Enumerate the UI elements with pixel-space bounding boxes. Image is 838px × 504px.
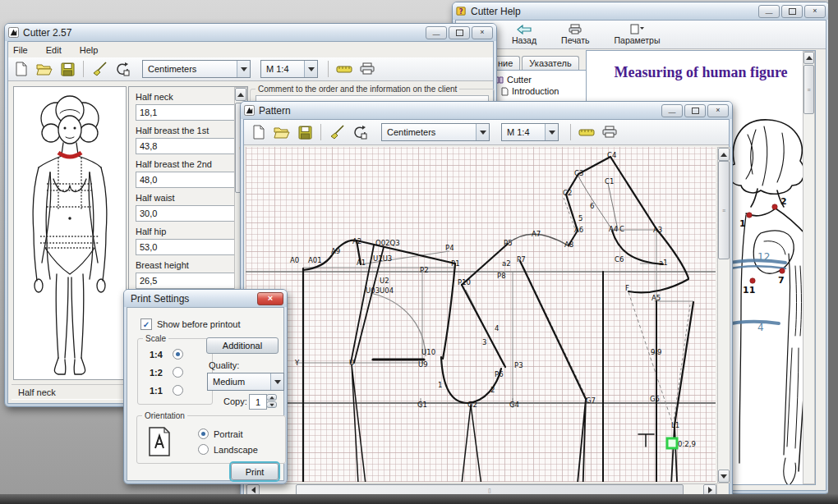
field-input[interactable] xyxy=(136,138,236,154)
menu-edit[interactable]: Edit xyxy=(46,45,62,55)
print-button[interactable] xyxy=(600,123,619,141)
field-input[interactable] xyxy=(136,172,236,188)
main-close-button[interactable]: × xyxy=(472,26,493,39)
menu-help[interactable]: Help xyxy=(80,45,99,55)
orientation-option-row[interactable]: Portrait xyxy=(198,428,242,439)
copies-down-button[interactable] xyxy=(266,401,277,408)
print-dialog-titlebar[interactable]: Print Settings × xyxy=(124,290,287,307)
open-file-button[interactable] xyxy=(272,123,292,141)
chevron-down-icon[interactable] xyxy=(237,61,250,77)
pattern-label: G7 xyxy=(586,396,596,405)
help-window-title: Cutter Help xyxy=(471,6,521,17)
scale-combobox[interactable]: M 1:4 xyxy=(260,60,318,78)
new-file-button[interactable] xyxy=(249,123,269,141)
scroll-up-icon[interactable] xyxy=(718,148,730,161)
scale-1-1-radio[interactable] xyxy=(173,385,183,396)
scale-1-4-radio[interactable] xyxy=(173,349,183,360)
pattern-vscrollbar[interactable]: ≡ xyxy=(717,147,730,483)
landscape-radio[interactable] xyxy=(198,444,209,455)
pattern-titlebar[interactable]: Pattern — × xyxy=(241,102,732,119)
clear-brush-button[interactable] xyxy=(327,123,347,141)
pattern-label: G4 xyxy=(509,401,519,409)
pattern-label: A1 xyxy=(357,259,366,267)
main-window-title: Cutter 2.57 xyxy=(23,27,71,39)
help-toolbar: Назад Печать Параметры xyxy=(456,21,826,49)
open-file-button[interactable] xyxy=(35,60,54,78)
new-file-button[interactable] xyxy=(12,60,31,78)
refresh-button[interactable] xyxy=(113,60,132,78)
help-close-button[interactable]: × xyxy=(804,5,826,18)
help-minimize-button[interactable]: — xyxy=(758,5,780,18)
scale-1-2-radio[interactable] xyxy=(173,367,183,378)
chevron-down-icon[interactable] xyxy=(545,124,558,140)
copies-field[interactable]: 1 xyxy=(249,394,267,410)
main-titlebar[interactable]: Cutter 2.57 — × xyxy=(5,24,496,41)
portrait-label: Portrait xyxy=(214,429,242,439)
help-content-scrollbar[interactable]: ≡ xyxy=(803,51,815,484)
scale-option-row[interactable]: 1:4 xyxy=(150,349,207,360)
scrollbar-thumb[interactable]: ≡ xyxy=(803,65,814,114)
print-button-label: Print xyxy=(246,467,265,477)
ruler-button[interactable] xyxy=(334,60,354,78)
ruler-button[interactable] xyxy=(577,123,596,141)
pattern-canvas[interactable]: A0A01A9A2A1Q02Q3U1U3P4P1P2U2U03U04YUU10U… xyxy=(246,147,716,482)
tree-item-cutter[interactable]: Cutter xyxy=(493,74,587,85)
menu-file[interactable]: File xyxy=(13,45,28,55)
field-input[interactable] xyxy=(136,205,236,222)
pattern-label: U10 xyxy=(421,348,435,356)
save-button[interactable] xyxy=(295,123,315,141)
field-input[interactable] xyxy=(136,239,236,255)
scrollbar-thumb[interactable]: ≡ xyxy=(718,161,730,259)
scroll-up-icon[interactable] xyxy=(803,52,814,64)
pattern-label: U1U3 xyxy=(373,254,392,263)
pattern-close-button[interactable]: × xyxy=(707,104,729,117)
units-combobox[interactable]: Centimeters xyxy=(142,60,251,78)
scale-option-row[interactable]: 1:1 xyxy=(150,385,207,396)
scroll-up-icon[interactable] xyxy=(235,88,246,101)
copies-value: 1 xyxy=(256,397,260,407)
field-label: Breast height xyxy=(136,260,241,270)
print-button[interactable] xyxy=(357,60,377,78)
pattern-minimize-button[interactable]: — xyxy=(661,104,683,117)
help-maximize-button[interactable] xyxy=(781,5,803,18)
units-combobox[interactable]: Centimeters xyxy=(381,123,490,141)
chevron-down-icon[interactable] xyxy=(270,373,283,390)
quality-combobox[interactable]: Medium xyxy=(207,373,284,391)
refresh-button[interactable] xyxy=(350,123,370,141)
show-before-checkbox[interactable]: ✓ xyxy=(140,318,152,330)
tab-index[interactable]: Указатель xyxy=(522,56,578,70)
pattern-label: C1 xyxy=(605,177,614,186)
orientation-option-row[interactable]: Landscape xyxy=(198,444,258,455)
field-input[interactable] xyxy=(136,273,236,289)
scale-combobox[interactable]: M 1:4 xyxy=(501,123,559,141)
orientation-group-label: Orientation xyxy=(142,411,187,420)
help-print-button[interactable]: Печать xyxy=(555,23,596,46)
help-titlebar[interactable]: ? Cutter Help — × xyxy=(453,2,829,20)
scroll-down-icon[interactable] xyxy=(718,470,730,483)
pattern-maximize-button[interactable] xyxy=(684,104,706,117)
print-dialog-close-button[interactable]: × xyxy=(257,292,283,305)
help-options-button[interactable]: Параметры xyxy=(608,23,667,46)
quality-label: Quality: xyxy=(209,360,239,370)
measure-point-label: 7 xyxy=(778,275,785,286)
print-confirm-button[interactable]: Print xyxy=(231,463,279,480)
help-back-button[interactable]: Назад xyxy=(505,24,543,46)
copies-up-button[interactable] xyxy=(266,394,277,401)
scale-option-row[interactable]: 1:2 xyxy=(150,367,207,378)
chevron-down-icon[interactable] xyxy=(476,124,489,140)
main-maximize-button[interactable] xyxy=(449,26,470,39)
chevron-down-icon[interactable] xyxy=(304,61,317,77)
rotate-icon xyxy=(115,62,131,77)
main-minimize-button[interactable]: — xyxy=(426,26,447,39)
pattern-label: G5 xyxy=(650,395,660,403)
scale-groupbox: Scale 1:4 1:2 1:1 xyxy=(137,334,213,405)
save-button[interactable] xyxy=(58,60,77,78)
desktop: ? Cutter Help — × Назад xyxy=(0,0,838,504)
main-toolbar: Centimeters M 1:4 xyxy=(8,57,493,81)
additional-button[interactable]: Additional xyxy=(206,337,279,354)
pattern-label: a2 xyxy=(502,259,511,268)
clear-brush-button[interactable] xyxy=(90,60,109,78)
tree-item-introduction[interactable]: Introduction xyxy=(493,85,587,97)
portrait-radio[interactable] xyxy=(198,428,209,439)
field-input[interactable] xyxy=(136,104,236,121)
